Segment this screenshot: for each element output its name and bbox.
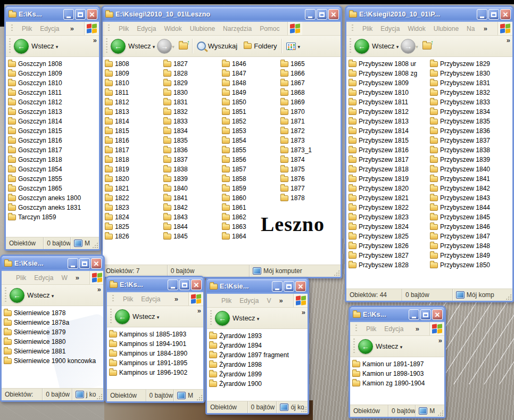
folder-item[interactable]: Przybyszew 1818 (349, 164, 430, 174)
menu-overflow-chevron[interactable]: » (76, 274, 81, 281)
folder-item[interactable]: Goszczyn 1818 (8, 155, 99, 164)
folder-item[interactable]: Przybyszew 1843 (430, 193, 511, 203)
folder-item[interactable]: 1830 (163, 88, 222, 97)
folder-item[interactable]: 1813 (105, 107, 163, 117)
folder-item[interactable]: 1842 (163, 203, 222, 212)
folder-item[interactable]: 1872 (280, 126, 339, 136)
menu-overflow-chevron[interactable]: » (70, 25, 76, 32)
folder-item[interactable]: 1810 (105, 78, 163, 88)
folder-item[interactable]: Kampinos sl 1894-1901 (109, 339, 203, 349)
folder-item[interactable]: Przybyszew 1808 ur (349, 59, 430, 69)
folder-item[interactable]: Przybyszew 1816 (349, 145, 430, 155)
menu-item-plik[interactable]: Plik (123, 295, 133, 303)
folder-item[interactable]: Przybyszew 1810 (349, 88, 430, 97)
back-button[interactable]: ←Wstecz▾ (215, 311, 259, 326)
up-folder-button[interactable]: ↑ (179, 43, 188, 50)
titlebar[interactable]: E:\Ksiegi\2010_10_01\Leszno✕ (103, 7, 341, 22)
folder-item[interactable]: 1821 (105, 184, 163, 193)
folder-item[interactable]: Przybyszew 1821 (349, 193, 430, 203)
titlebar[interactable]: E:\Ksie...✕ (2, 256, 103, 271)
up-folder-button[interactable]: ↑ (422, 43, 432, 50)
maximize-button[interactable] (75, 9, 86, 20)
drag-grip[interactable] (5, 287, 6, 303)
folder-item[interactable]: 1871 (280, 117, 339, 126)
back-dropdown-arrow[interactable]: ▾ (157, 315, 160, 320)
folder-item[interactable]: Przybyszew 1842 (430, 184, 511, 193)
folder-item[interactable]: Przybyszew 1830 (430, 69, 511, 78)
folder-item[interactable]: 1843 (163, 212, 222, 222)
folder-item[interactable]: 1846 (222, 59, 280, 69)
folder-item[interactable]: Goszczyn 1812 (8, 97, 99, 107)
folder-item[interactable]: Żyrardów 1897 fragment (209, 350, 308, 360)
menu-item-plik[interactable]: Plik (221, 297, 231, 304)
folder-item[interactable]: 1854 (222, 136, 280, 145)
toolbar-overflow-chevron[interactable]: » (302, 309, 305, 316)
folder-item[interactable]: Przybyszew 1845 (430, 212, 511, 222)
back-dropdown-arrow[interactable]: ▾ (400, 344, 403, 350)
minimize-button[interactable] (272, 281, 283, 292)
folder-item[interactable]: Goszczyn 1810 (8, 78, 99, 88)
back-dropdown-arrow[interactable]: ▾ (56, 44, 59, 50)
close-button[interactable]: ✕ (328, 9, 339, 20)
folder-item[interactable]: 1833 (163, 117, 222, 126)
folder-item[interactable]: Przybyszew 1828 (349, 260, 430, 270)
folder-item[interactable]: 1824 (105, 212, 163, 222)
toolbar-overflow-chevron[interactable]: » (93, 37, 97, 44)
folder-item[interactable]: Kamion ur 1891-1897 (352, 359, 444, 369)
folder-item[interactable]: Przybyszew 1819 (349, 174, 430, 184)
menu-item-w[interactable]: W (61, 274, 67, 282)
folder-item[interactable]: Przybyszew 1824 (349, 222, 430, 232)
folder-item[interactable]: 1866 (280, 69, 339, 78)
folder-item[interactable]: Przybyszew 1826 (349, 241, 430, 251)
folder-item[interactable]: Przybyszew 1835 (430, 117, 511, 126)
folder-item[interactable]: Kampinos ur 1891-1895 (109, 358, 203, 368)
folder-item[interactable]: 1816 (105, 136, 163, 145)
folder-item[interactable]: 1829 (163, 78, 222, 88)
folder-item[interactable]: 1826 (105, 232, 163, 241)
folder-item[interactable]: Przybyszew 1809 (349, 78, 430, 88)
folder-item[interactable]: Przybyszew 1813 (349, 117, 430, 126)
minimize-button[interactable] (63, 9, 74, 20)
drag-grip[interactable] (110, 309, 112, 324)
folder-item[interactable]: 1848 (222, 78, 280, 88)
folder-item[interactable]: 1860 (222, 193, 280, 203)
folder-item[interactable]: Goszczyn 1817 (8, 145, 99, 155)
folder-item[interactable]: Przybyszew 1839 (430, 155, 511, 164)
folder-item[interactable]: Goszczyn 1809 (8, 69, 99, 78)
menu-item-edycja[interactable]: Edycja (239, 297, 259, 304)
menu-item-ulubione[interactable]: Ulubione (190, 25, 215, 32)
menu-item-plik[interactable]: Plik (22, 25, 32, 32)
menu-overflow-chevron[interactable]: » (416, 325, 421, 332)
close-button[interactable]: ✕ (91, 258, 102, 269)
folder-item[interactable]: 1825 (105, 222, 163, 232)
folder-item[interactable]: Goszczyn aneks 1800 (8, 193, 99, 203)
folder-item[interactable]: 1869 (280, 97, 339, 107)
folder-item[interactable]: Goszczyn aneks 1831 (8, 203, 99, 212)
titlebar[interactable]: E:\Ks...✕ (6, 7, 99, 22)
folder-item[interactable]: Przybyszew 1848 (430, 241, 511, 251)
folder-item[interactable]: Przybyszew 1812 (349, 107, 430, 117)
folder-item[interactable]: Przybyszew 1822 (349, 203, 430, 212)
folder-item[interactable]: Skierniewice 1900 koncowka (4, 356, 103, 366)
folder-item[interactable]: 1840 (163, 184, 222, 193)
folder-item[interactable]: 1859 (222, 184, 280, 193)
folder-item[interactable]: Żyrardów 1900 (209, 379, 308, 389)
folder-item[interactable]: 1858 (222, 174, 280, 184)
folder-item[interactable]: 1818 (105, 155, 163, 164)
menu-item-plik[interactable]: Plik (16, 274, 26, 282)
folder-item[interactable]: Przybyszew 1840 (430, 164, 511, 174)
folder-item[interactable]: Goszczyn 1815 (8, 126, 99, 136)
drag-grip[interactable] (350, 38, 351, 54)
folder-item[interactable]: 1850 (222, 97, 280, 107)
folder-item[interactable]: 1823 (105, 203, 163, 212)
menu-item-widok[interactable]: Widok (164, 25, 181, 32)
folder-item[interactable]: Przybyszew 1829 (430, 59, 511, 69)
folder-item[interactable]: Skierniewice 1881 (4, 347, 103, 356)
folder-item[interactable]: Przybyszew 1832 (430, 88, 511, 97)
folder-item[interactable]: 1844 (163, 222, 222, 232)
folder-item[interactable]: 1811 (105, 88, 163, 97)
forward-button[interactable]: →▾ (157, 39, 175, 54)
folder-item[interactable]: 1845 (163, 232, 222, 241)
folder-item[interactable]: 1847 (222, 69, 280, 78)
toolbar-overflow-chevron[interactable]: » (507, 37, 510, 44)
